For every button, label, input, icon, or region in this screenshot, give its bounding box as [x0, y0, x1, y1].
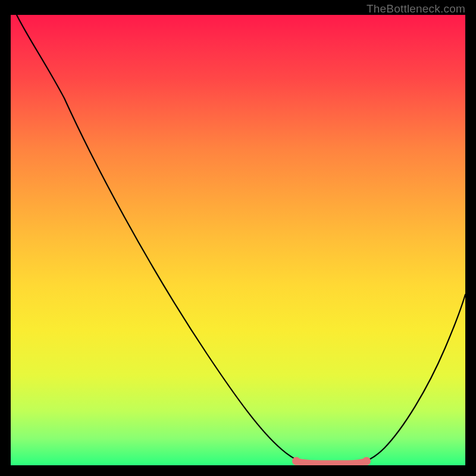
trough-highlight: [296, 461, 367, 464]
trough-end-dot: [362, 457, 371, 465]
curve-path: [17, 15, 465, 462]
trough-start-dot: [292, 457, 300, 465]
plot-area: [11, 15, 465, 465]
bottleneck-curve: [11, 15, 465, 465]
watermark-text: TheBottleneck.com: [367, 2, 465, 15]
chart-frame: TheBottleneck.com: [0, 0, 476, 476]
